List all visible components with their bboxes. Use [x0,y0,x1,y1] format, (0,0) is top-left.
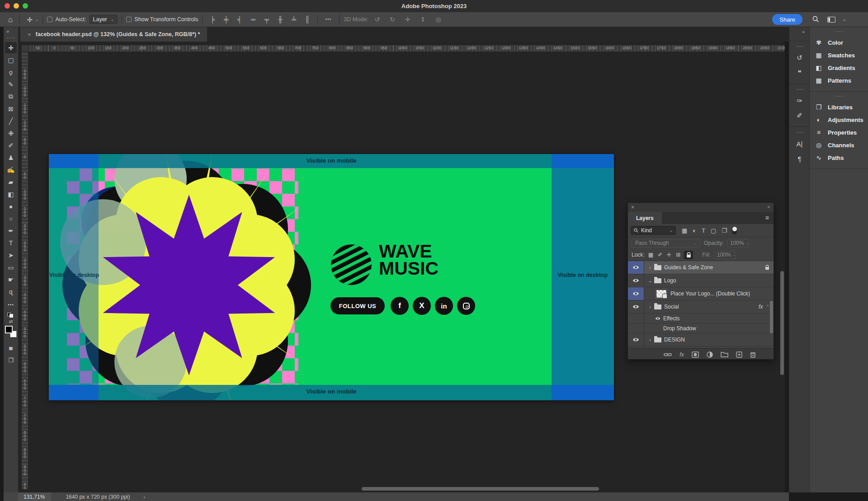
rail-item-properties-panel[interactable]: ≡Properties [810,126,868,139]
layer-row[interactable]: ›DESIGN [628,333,774,346]
distribute-vertical-icon[interactable]: ║ [302,16,313,23]
align-vertical-centers-icon[interactable]: ╫ [274,16,286,23]
layer-row[interactable]: ›Socialfx⌃ [628,300,774,314]
collapse-panel-icon[interactable]: « [767,204,770,209]
opacity-value-dropdown[interactable]: 100%⌄ [727,239,749,248]
layer-fx-badge[interactable]: fx [759,304,763,310]
tools-grip[interactable] [7,37,15,39]
lock-pixels-icon[interactable]: ✐ [658,252,662,258]
default-colors-icon[interactable] [7,313,14,318]
rail-item-paths-panel[interactable]: ∿Paths [810,151,868,164]
blur-tool[interactable]: ● [5,201,17,212]
add-mask-icon[interactable] [692,351,699,358]
drag-3d-icon[interactable]: ✛ [401,16,414,23]
rail-item-patterns-panel[interactable]: ▩Patterns [810,74,868,87]
move-tool-preset-icon[interactable]: ✛ [24,16,35,23]
clone-stamp-tool[interactable]: ♟ [5,152,17,163]
layer-row[interactable]: ›Guides & Safe Zone [628,261,774,274]
strip-grip[interactable] [796,131,804,133]
rail-grip[interactable] [835,95,843,97]
layer-style-icon[interactable]: fx [679,351,684,358]
foreground-background-swatches[interactable] [5,326,17,337]
paragraph-panel-icon[interactable]: ¶ [793,152,807,165]
quick-mask-icon[interactable]: ◙ [9,345,13,351]
link-layers-icon[interactable] [664,352,672,357]
character-panel-icon[interactable]: A| [793,137,807,150]
horizontal-scrollbar[interactable] [362,487,599,491]
pen-tool[interactable]: ✒ [5,225,17,236]
new-layer-icon[interactable] [736,351,742,358]
filter-shape-layers-icon[interactable]: ▢ [711,227,716,234]
lock-artboard-icon[interactable]: ⊞ [676,252,680,258]
brush-settings-panel-icon[interactable]: ✑ [793,94,807,108]
visibility-toggle[interactable] [628,300,644,313]
filter-adjustment-layers-icon[interactable]: ◐ [693,227,696,234]
edit-toolbar-icon[interactable]: ••• [8,302,14,307]
panel-menu-icon[interactable]: ≡ [765,214,769,221]
brush-tool[interactable]: ✐ [5,140,17,151]
lock-all-icon[interactable] [684,251,693,259]
collapse-effects-icon[interactable]: ⌃ [766,304,769,309]
layer-row[interactable]: ⌄Logo [628,274,774,287]
rail-item-color-panel[interactable]: ✾Color [810,36,868,49]
dodge-tool[interactable]: ○ [5,213,17,224]
delete-layer-icon[interactable] [750,351,756,358]
rail-item-swatches-panel[interactable]: ▦Swatches [810,49,868,61]
gradient-tool[interactable]: ◧ [5,188,17,200]
horizontal-ruler[interactable]: 5005010015020025030035040045050055060065… [28,45,785,52]
panel-scrollbar[interactable] [780,271,784,375]
rail-item-libraries-panel[interactable]: ❒Libraries [810,101,868,113]
history-brush-tool[interactable]: ✍ [5,164,17,175]
brushes-panel-icon[interactable]: ✐ [793,109,807,122]
strip-grip[interactable] [796,89,804,90]
expand-chevron-icon[interactable]: › [647,337,653,342]
filter-smart-objects-icon[interactable]: ❐ [722,227,727,234]
frame-tool[interactable]: ⊠ [5,103,17,114]
visibility-toggle[interactable] [628,314,644,323]
home-icon[interactable]: ⌂ [5,16,15,23]
hand-tool[interactable]: ☛ [5,274,17,285]
add-adjustment-icon[interactable] [707,351,713,358]
zoom-tool[interactable]: ɋ [5,286,17,297]
type-tool[interactable]: T [5,237,17,248]
history-panel-icon[interactable]: ↺ [793,51,807,65]
align-horizontal-centers-icon[interactable]: ╪ [220,16,232,23]
auto-select-checkbox[interactable] [47,17,52,22]
eraser-tool[interactable]: ▰ [5,176,17,187]
path-selection-tool[interactable]: ➤ [5,249,17,261]
visibility-toggle[interactable] [628,261,644,274]
screen-mode-icon[interactable]: ❐ [8,357,14,364]
document-tab[interactable]: × facebook header.psd @ 132% (Guides & S… [20,27,207,42]
comments-panel-icon[interactable]: ❝ [793,66,807,80]
lock-transparency-icon[interactable]: ▦ [648,252,653,258]
lock-position-icon[interactable]: ✛ [667,252,671,258]
workspace-panels-icon[interactable] [827,17,835,23]
layer-row[interactable]: Place Your Logo... (Double Click) [628,287,774,300]
layer-row[interactable]: Drop Shadow [628,323,774,333]
align-left-edges-icon[interactable]: ╞ [207,16,218,23]
roll-3d-icon[interactable]: ↻ [386,16,399,23]
vertical-ruler[interactable]: 2502001501005005010015020025030035040045… [22,52,28,489]
foreground-color-swatch[interactable] [5,326,13,333]
slide-3d-icon[interactable]: ⇕ [417,16,429,23]
auto-select-dropdown[interactable]: Layer⌄ [90,15,118,24]
zoom-level-field[interactable]: 131,71% [18,492,51,501]
lasso-tool[interactable]: ϙ [5,66,17,78]
tool-preset-chevron-icon[interactable]: ⌄ [35,17,39,22]
canvas[interactable]: WAVE MUSIC FOLLOW US fXin Visible on mob… [49,154,614,400]
align-bottom-edges-icon[interactable]: ╧ [288,16,300,23]
visibility-toggle[interactable] [628,323,644,333]
strip-grip[interactable] [796,46,804,47]
collapse-strip-icon[interactable]: « [802,29,805,34]
rail-item-channels-panel[interactable]: ◎Channels [810,139,868,151]
close-panel-icon[interactable]: × [631,204,634,211]
more-align-options-icon[interactable]: ••• [322,17,335,22]
kind-filter-dropdown[interactable]: Kind ⌄ [631,226,676,235]
expand-tools-icon[interactable]: » [4,28,9,34]
smart-object-thumbnail[interactable] [656,290,667,298]
align-top-edges-icon[interactable]: ╤ [261,16,273,23]
tab-layers[interactable]: Layers [628,212,662,224]
move-tool[interactable]: ✛ [5,42,17,53]
eyedropper-tool[interactable]: ╱ [5,115,17,126]
spot-healing-brush-tool[interactable]: ✙ [5,127,17,139]
